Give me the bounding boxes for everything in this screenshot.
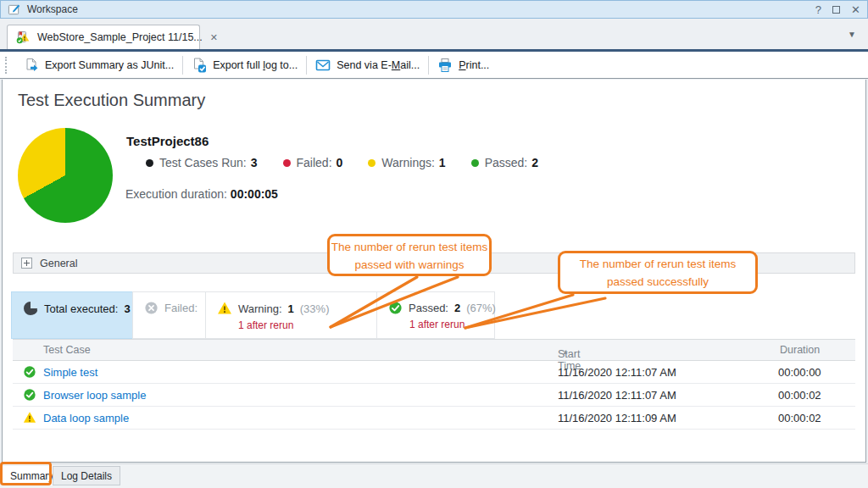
result-filter-tabs: Total executed:3 Failed: 0 Warning:1(33%… xyxy=(11,291,495,339)
window-titlebar: Workspace ? ✕ xyxy=(0,0,868,19)
project-name: TestProject86 xyxy=(126,134,209,148)
warning-triangle-icon xyxy=(23,411,36,424)
summary-pie-chart xyxy=(18,128,113,223)
maximize-icon xyxy=(832,6,840,14)
test-case-link[interactable]: Browser loop sample xyxy=(43,389,146,402)
callout-passed-rerun: The number of rerun test items passed su… xyxy=(558,251,758,294)
stat-passed: Passed:2 xyxy=(471,156,538,169)
export-full-log-button[interactable]: Export full log to... xyxy=(183,52,306,78)
tab-warning[interactable]: Warning:1(33%) 1 after rerun xyxy=(205,291,377,339)
export-full-log-label: Export full log to... xyxy=(213,59,298,71)
table-row[interactable]: Data loop sample 11/16/2020 12:11:09 AM … xyxy=(13,407,855,430)
red-dot-icon xyxy=(283,159,291,167)
summary-stats: Test Cases Run:3 Failed:0 Warnings:1 Pas… xyxy=(146,156,538,169)
export-summary-junit-button[interactable]: Export Summary as JUnit... xyxy=(15,52,182,78)
send-email-label: Send via E-Mail... xyxy=(337,59,420,71)
warning-triangle-icon xyxy=(217,301,232,316)
window-title: Workspace xyxy=(27,3,78,15)
print-button[interactable]: Print... xyxy=(429,52,498,78)
send-email-button[interactable]: Send via E-Mail... xyxy=(307,52,428,78)
export-summary-junit-label: Export Summary as JUnit... xyxy=(45,59,174,71)
execution-duration: Execution duration:00:00:05 xyxy=(125,187,278,201)
failed-circle-x-icon xyxy=(144,301,159,315)
passed-check-icon xyxy=(23,388,36,402)
test-case-link[interactable]: Data loop sample xyxy=(43,412,129,424)
column-header-duration[interactable]: Duration xyxy=(780,344,820,356)
passed-check-icon xyxy=(388,301,403,315)
general-section-label: General xyxy=(40,258,77,269)
export-file-icon xyxy=(24,58,39,73)
start-time-cell: 11/16/2020 12:11:09 AM xyxy=(558,412,676,424)
log-toolbar: Export Summary as JUnit... Export full l… xyxy=(0,49,868,79)
duration-cell: 00:00:02 xyxy=(778,412,821,424)
tab-total-executed[interactable]: Total executed:3 xyxy=(11,291,133,339)
printer-icon xyxy=(437,58,453,73)
tab-close-icon[interactable]: ✕ xyxy=(210,32,218,43)
stat-test-cases-run: Test Cases Run:3 xyxy=(146,156,258,169)
document-tab-strip: WebStore_Sample_Project 11/15... ✕ ▼ xyxy=(0,19,868,49)
passed-rerun-count: 1 after rerun xyxy=(409,319,494,330)
close-button[interactable]: ✕ xyxy=(851,4,860,15)
yellow-dot-icon xyxy=(368,159,376,167)
tab-log-details[interactable]: Log Details xyxy=(53,466,120,485)
workspace-icon xyxy=(8,3,20,16)
maximize-button[interactable] xyxy=(832,4,840,15)
callout-warning-rerun: The number of rerun test items passed wi… xyxy=(327,234,492,276)
tab-label: WebStore_Sample_Project 11/15... xyxy=(37,31,203,43)
passed-check-icon xyxy=(23,365,36,379)
total-pie-icon xyxy=(23,301,38,316)
print-label: Print... xyxy=(459,59,489,71)
toolbar-grip-handle[interactable] xyxy=(5,57,8,74)
sort-ascending-icon: ▲ xyxy=(562,348,569,356)
stat-warnings: Warnings:1 xyxy=(368,156,445,169)
email-envelope-icon xyxy=(315,58,331,73)
tab-failed[interactable]: Failed: 0 xyxy=(132,291,206,339)
table-header: Test Case Start Time▲ Duration xyxy=(13,339,855,361)
column-header-test-case[interactable]: Test Case xyxy=(43,344,91,356)
stat-failed: Failed:0 xyxy=(283,156,343,169)
black-dot-icon xyxy=(146,159,153,167)
bottom-tab-bar: Summary Log Details xyxy=(0,463,868,488)
warning-rerun-count: 1 after rerun xyxy=(238,319,376,331)
help-button[interactable]: ? xyxy=(815,4,821,15)
test-case-link[interactable]: Simple test xyxy=(43,366,97,379)
green-dot-icon xyxy=(471,159,479,167)
start-time-cell: 11/16/2020 12:11:07 AM xyxy=(558,389,676,402)
expand-plus-icon[interactable] xyxy=(21,258,32,269)
duration-cell: 00:00:00 xyxy=(778,366,821,379)
page-title: Test Execution Summary xyxy=(18,91,205,110)
tab-overflow-dropdown-icon[interactable]: ▼ xyxy=(848,30,856,39)
start-time-cell: 11/16/2020 12:11:07 AM xyxy=(558,366,676,379)
table-row[interactable]: Browser loop sample 11/16/2020 12:11:07 … xyxy=(13,384,855,407)
log-result-icon xyxy=(16,30,30,44)
duration-cell: 00:00:02 xyxy=(778,389,821,402)
export-log-check-icon xyxy=(192,58,207,73)
window-controls: ? ✕ xyxy=(815,4,860,15)
table-row[interactable]: Simple test 11/16/2020 12:11:07 AM 00:00… xyxy=(13,361,855,384)
workspace-window: Workspace ? ✕ WebStore_Sample_Project 11… xyxy=(0,0,868,488)
tab-passed[interactable]: Passed:2(67%) 1 after rerun xyxy=(376,291,495,339)
tab-webstore-project[interactable]: WebStore_Sample_Project 11/15... ✕ xyxy=(7,25,200,49)
